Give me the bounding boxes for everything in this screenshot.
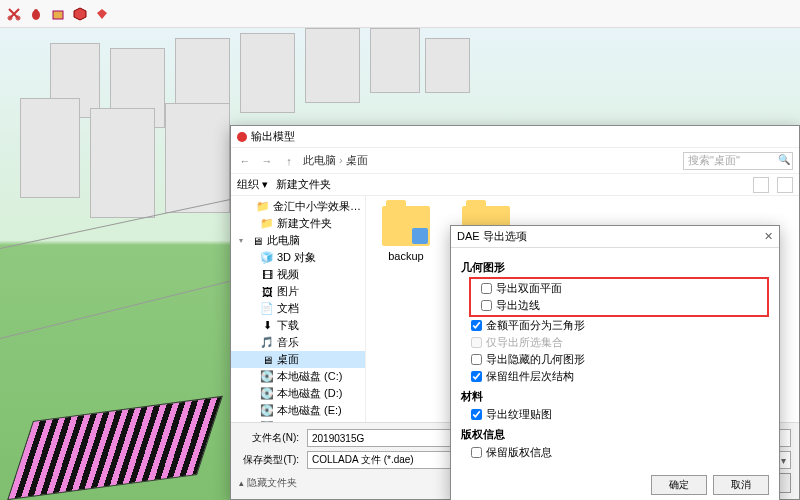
- tree-item-1[interactable]: 📁新建文件夹: [231, 215, 365, 232]
- help-button[interactable]: [777, 177, 793, 193]
- save-dialog-title: 输出模型: [251, 129, 295, 144]
- box-icon[interactable]: [50, 6, 66, 22]
- gem-icon[interactable]: [94, 6, 110, 22]
- folder-tree[interactable]: 📁金汇中小学效果…📁新建文件夹▾🖥此电脑🧊3D 对象🎞视频🖼图片📄文档⬇下载🎵音…: [231, 196, 366, 422]
- tree-item-3[interactable]: 🧊3D 对象: [231, 249, 365, 266]
- option-two_sided[interactable]: 导出双面平面: [471, 280, 767, 297]
- folder-icon: 📁: [261, 218, 273, 230]
- file-item-0[interactable]: backup: [376, 206, 436, 262]
- music-icon: 🎵: [261, 337, 273, 349]
- bug-icon[interactable]: [28, 6, 44, 22]
- tree-item-11[interactable]: 💽本地磁盘 (D:): [231, 385, 365, 402]
- svg-point-3: [34, 9, 38, 13]
- video-icon: 🎞: [261, 269, 273, 281]
- checkbox-textures[interactable]: [471, 409, 482, 420]
- nav-forward-icon[interactable]: →: [259, 153, 275, 169]
- nav-up-icon[interactable]: ↑: [281, 153, 297, 169]
- organize-menu[interactable]: 组织 ▾: [237, 177, 268, 192]
- checkbox-keep_credits[interactable]: [471, 447, 482, 458]
- save-dialog-nav: ← → ↑ 此电脑 › 桌面 搜索"桌面": [231, 148, 799, 174]
- checkbox-hierarchy[interactable]: [471, 371, 482, 382]
- folder-icon: [382, 206, 430, 246]
- search-input[interactable]: 搜索"桌面": [683, 152, 793, 170]
- tree-item-0[interactable]: 📁金汇中小学效果…: [231, 198, 365, 215]
- tree-item-10[interactable]: 💽本地磁盘 (C:): [231, 368, 365, 385]
- option-textures[interactable]: 导出纹理贴图: [461, 406, 769, 423]
- checkbox-hidden_geo[interactable]: [471, 354, 482, 365]
- disk-icon: 💽: [261, 371, 273, 383]
- checkbox-export_sel: [471, 337, 482, 348]
- checkbox-two_sided[interactable]: [481, 283, 492, 294]
- options-title-bar: DAE 导出选项 ✕: [451, 226, 779, 248]
- tree-item-9[interactable]: 🖥桌面: [231, 351, 365, 368]
- filename-label: 文件名(N):: [239, 431, 299, 445]
- main-toolbar: [0, 0, 800, 28]
- download-icon: ⬇: [261, 320, 273, 332]
- options-cancel-button[interactable]: 取消: [713, 475, 769, 495]
- tree-item-5[interactable]: 🖼图片: [231, 283, 365, 300]
- app-icon: [237, 132, 247, 142]
- hide-folders-link[interactable]: 隐藏文件夹: [239, 476, 297, 490]
- disk-icon: 💽: [261, 388, 273, 400]
- save-dialog-toolbar: 组织 ▾ 新建文件夹: [231, 174, 799, 196]
- ok-button[interactable]: 确定: [651, 475, 707, 495]
- group-materials: 材料: [461, 389, 769, 404]
- tree-item-4[interactable]: 🎞视频: [231, 266, 365, 283]
- disk-icon: 💽: [261, 405, 273, 417]
- nav-back-icon[interactable]: ←: [237, 153, 253, 169]
- option-hierarchy[interactable]: 保留组件层次结构: [461, 368, 769, 385]
- pc-icon: 🖥: [251, 235, 263, 247]
- svg-rect-4: [53, 11, 63, 19]
- checkbox-triangulate[interactable]: [471, 320, 482, 331]
- option-keep_credits[interactable]: 保留版权信息: [461, 444, 769, 461]
- new-folder-button[interactable]: 新建文件夹: [276, 177, 331, 192]
- view-mode-button[interactable]: [753, 177, 769, 193]
- options-title: DAE 导出选项: [457, 229, 527, 244]
- tree-item-7[interactable]: ⬇下载: [231, 317, 365, 334]
- breadcrumb[interactable]: 此电脑 › 桌面: [303, 153, 368, 168]
- tree-item-6[interactable]: 📄文档: [231, 300, 365, 317]
- export-options-dialog: DAE 导出选项 ✕ 几何图形导出双面平面导出边线金额平面分为三角形仅导出所选集…: [450, 225, 780, 500]
- group-credits: 版权信息: [461, 427, 769, 442]
- tree-item-2[interactable]: ▾🖥此电脑: [231, 232, 365, 249]
- cube-icon: 🧊: [261, 252, 273, 264]
- option-hidden_geo[interactable]: 导出隐藏的几何图形: [461, 351, 769, 368]
- highlight-box: 导出双面平面导出边线: [469, 277, 769, 317]
- group-geometry: 几何图形: [461, 260, 769, 275]
- close-icon[interactable]: ✕: [764, 230, 773, 243]
- option-edges[interactable]: 导出边线: [471, 297, 767, 314]
- option-triangulate[interactable]: 金额平面分为三角形: [461, 317, 769, 334]
- scissors-icon[interactable]: [6, 6, 22, 22]
- image-icon: 🖼: [261, 286, 273, 298]
- tree-item-8[interactable]: 🎵音乐: [231, 334, 365, 351]
- filetype-label: 保存类型(T):: [239, 453, 299, 467]
- doc-icon: 📄: [261, 303, 273, 315]
- cube-red-icon[interactable]: [72, 6, 88, 22]
- save-dialog-title-bar: 输出模型: [231, 126, 799, 148]
- desktop-icon: 🖥: [261, 354, 273, 366]
- checkbox-edges[interactable]: [481, 300, 492, 311]
- option-export_sel: 仅导出所选集合: [461, 334, 769, 351]
- folder-icon: 📁: [257, 201, 269, 213]
- tree-item-12[interactable]: 💽本地磁盘 (E:): [231, 402, 365, 419]
